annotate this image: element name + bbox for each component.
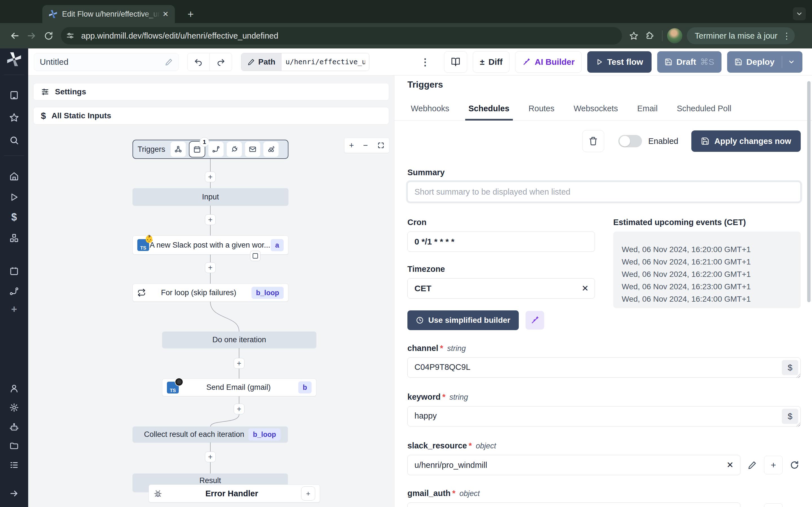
tab-close-icon[interactable]: ✕ [162,10,168,18]
deploy-button[interactable]: Deploy [727,51,802,73]
zoom-in-button[interactable]: + [349,141,354,150]
clear-timezone-icon[interactable]: ✕ [581,283,589,293]
apply-changes-button[interactable]: Apply changes now [691,130,801,152]
bookmark-star-icon[interactable] [626,28,642,44]
resize-handle[interactable] [796,374,800,378]
edit-resource-pencil-icon[interactable] [746,459,758,471]
insert-step-button[interactable]: + [205,262,216,273]
sidebar-item-add[interactable]: + [7,302,21,316]
url-bar[interactable]: app.windmill.dev/flows/edit/u/henri/effe… [61,27,622,45]
add-error-handler-button[interactable]: + [301,487,315,501]
scheduled-poll-trigger-icon[interactable] [263,142,278,157]
summary-input[interactable] [407,182,801,202]
sidebar-item-folders[interactable] [7,439,21,453]
collect-result-node[interactable]: Collect result of each iteration b_loop [133,427,288,443]
refresh-resource-icon[interactable] [788,459,801,471]
more-options-kebab-icon[interactable]: ⋮ [420,56,430,68]
redo-button[interactable] [209,53,232,71]
triggers-node[interactable]: Triggers 1 [133,140,289,159]
sidebar-item-home[interactable] [7,170,21,183]
slack-resource-input[interactable] [407,455,741,475]
flow-settings-row[interactable]: Settings [33,83,389,101]
path-input[interactable] [282,53,369,71]
insert-step-button[interactable]: + [205,452,216,462]
test-flow-button[interactable]: Test flow [587,51,652,73]
send-email-node[interactable]: TS Send Email (gmail) b [162,379,316,396]
trigger-tab[interactable]: Scheduled Poll [673,102,734,121]
route-trigger-icon[interactable] [208,142,223,157]
timezone-input[interactable] [407,278,595,298]
sidebar-item-workers[interactable] [7,420,21,434]
sidebar-item-resources[interactable] [7,231,21,245]
new-tab-button[interactable]: + [184,7,197,21]
sidebar-item-settings[interactable] [7,401,21,414]
path-button[interactable]: Path [241,53,282,71]
chevron-down-icon[interactable] [788,58,795,66]
tab-search-chevron-icon[interactable] [793,7,806,20]
input-node[interactable]: Input [133,188,289,206]
sidebar-item-schedules[interactable] [7,264,21,278]
sidebar-item-favorites[interactable] [7,111,21,124]
trigger-tab[interactable]: Schedules [465,102,513,121]
resize-handle[interactable] [796,422,800,427]
site-settings-icon[interactable] [64,29,77,42]
ai-builder-button[interactable]: AI Builder [515,51,581,73]
panel-scrollbar-thumb[interactable] [807,81,811,302]
channel-input[interactable]: C04P9T8QC9L [407,357,801,378]
webhook-trigger-icon[interactable] [170,142,186,157]
reload-icon[interactable] [41,29,56,43]
browser-update-button[interactable]: Terminer la mise à jour ⋮ [687,27,795,44]
add-resource-button[interactable]: + [764,456,783,474]
insert-step-button[interactable]: + [234,404,245,414]
flow-name-field[interactable]: Untitled [34,53,179,71]
insert-step-button[interactable]: + [205,172,216,182]
keyword-input[interactable]: happy [407,406,801,427]
draft-button[interactable]: Draft ⌘S [657,51,721,73]
fit-view-icon[interactable] [377,142,385,149]
sidebar-collapse-button[interactable] [7,487,21,500]
sidebar-item-account[interactable] [7,382,21,395]
enabled-toggle[interactable] [618,135,642,147]
forward-icon[interactable] [24,29,39,43]
undo-button[interactable] [188,53,209,71]
docs-button[interactable] [444,51,467,73]
edit-name-pencil-icon[interactable] [165,58,173,66]
all-static-inputs-row[interactable]: $ All Static Inputs [33,107,389,124]
sidebar-item-workspace[interactable] [7,89,21,102]
trigger-tab[interactable]: Email [634,102,661,121]
email-trigger-icon[interactable] [245,142,260,157]
websocket-trigger-icon[interactable] [227,142,242,157]
error-handler-node[interactable]: Error Handler + [149,485,320,503]
forloop-node[interactable]: For loop (skip failures) b_loop [133,284,289,302]
diff-button[interactable]: ± Diff [473,51,509,73]
simplified-builder-button[interactable]: Use simplified builder [407,311,519,330]
insert-step-button[interactable]: + [234,358,245,369]
insert-variable-button[interactable]: $ [782,409,798,424]
insert-variable-button[interactable]: $ [782,360,798,375]
insert-step-button[interactable]: + [205,214,216,225]
browser-menu-icon[interactable]: ⋮ [782,31,791,41]
slack-step-node[interactable]: TS👶 A new Slack post with a given wor...… [133,235,289,255]
browser-tab[interactable]: Edit Flow u/henri/effective_un ✕ [42,5,175,23]
ai-cron-button[interactable] [525,311,544,330]
windmill-logo-icon[interactable] [6,52,22,68]
do-one-iteration-node[interactable]: Do one iteration [162,332,316,348]
sidebar-item-routes[interactable] [7,284,21,298]
trigger-tab[interactable]: Websockets [570,102,621,121]
sidebar-item-runs[interactable] [7,190,21,204]
sidebar-item-variables[interactable]: $ [7,210,21,224]
schedule-trigger-icon[interactable]: 1 [189,141,205,158]
trigger-tab[interactable]: Webhooks [407,102,453,121]
stop-after-step-button[interactable] [250,251,260,261]
extensions-icon[interactable] [642,28,658,44]
gmail-auth-input[interactable] [407,503,741,507]
add-resource-button[interactable]: + [764,503,783,507]
profile-avatar[interactable] [667,28,682,43]
cron-input[interactable] [407,231,595,252]
clear-resource-icon[interactable]: ✕ [726,460,733,470]
delete-schedule-button[interactable] [582,130,604,152]
trigger-tab[interactable]: Routes [525,102,558,121]
sidebar-item-logs[interactable] [7,458,21,472]
zoom-out-button[interactable]: − [363,141,368,150]
back-icon[interactable] [7,29,22,43]
